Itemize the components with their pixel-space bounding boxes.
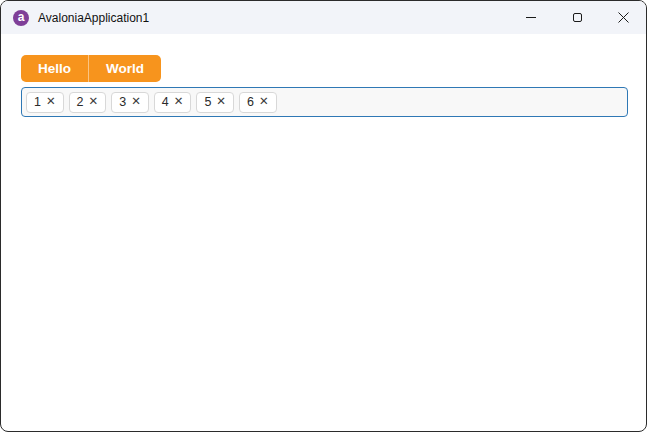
maximize-button[interactable] (554, 1, 600, 34)
caption-buttons (508, 1, 646, 34)
close-button[interactable] (600, 1, 646, 34)
tag-chip-label: 2 (77, 95, 84, 109)
tag-chip[interactable]: 4 ✕ (154, 92, 192, 113)
minimize-button[interactable] (508, 1, 554, 34)
tab-strip: Hello World (21, 55, 161, 82)
tag-chip[interactable]: 1 ✕ (26, 92, 64, 113)
tag-remove-icon[interactable]: ✕ (131, 96, 141, 108)
maximize-icon (573, 13, 582, 22)
tag-remove-icon[interactable]: ✕ (89, 96, 99, 108)
tag-remove-icon[interactable]: ✕ (216, 96, 226, 108)
tag-input-box[interactable]: 1 ✕ 2 ✕ 3 ✕ 4 ✕ 5 ✕ 6 ✕ (21, 87, 628, 117)
tag-chip-label: 6 (247, 95, 254, 109)
tag-chip-label: 4 (162, 95, 169, 109)
content-area: Hello World 1 ✕ 2 ✕ 3 ✕ 4 ✕ 5 ✕ (1, 34, 646, 117)
window-title: AvaloniaApplication1 (38, 11, 508, 25)
tab-world[interactable]: World (88, 55, 161, 82)
tag-remove-icon[interactable]: ✕ (174, 96, 184, 108)
app-window: a AvaloniaApplication1 Hello World (0, 0, 647, 432)
tag-chip[interactable]: 6 ✕ (239, 92, 277, 113)
tag-chip[interactable]: 2 ✕ (69, 92, 107, 113)
tag-remove-icon[interactable]: ✕ (46, 96, 56, 108)
tag-chip-label: 5 (204, 95, 211, 109)
minimize-icon (526, 17, 536, 18)
tag-remove-icon[interactable]: ✕ (259, 96, 269, 108)
tag-chip-label: 1 (34, 95, 41, 109)
close-icon (618, 12, 629, 23)
tag-chip-label: 3 (119, 95, 126, 109)
tag-chip[interactable]: 3 ✕ (111, 92, 149, 113)
avalonia-logo-icon: a (13, 10, 29, 26)
tag-chip[interactable]: 5 ✕ (196, 92, 234, 113)
tab-hello[interactable]: Hello (21, 55, 88, 82)
titlebar[interactable]: a AvaloniaApplication1 (1, 1, 646, 34)
